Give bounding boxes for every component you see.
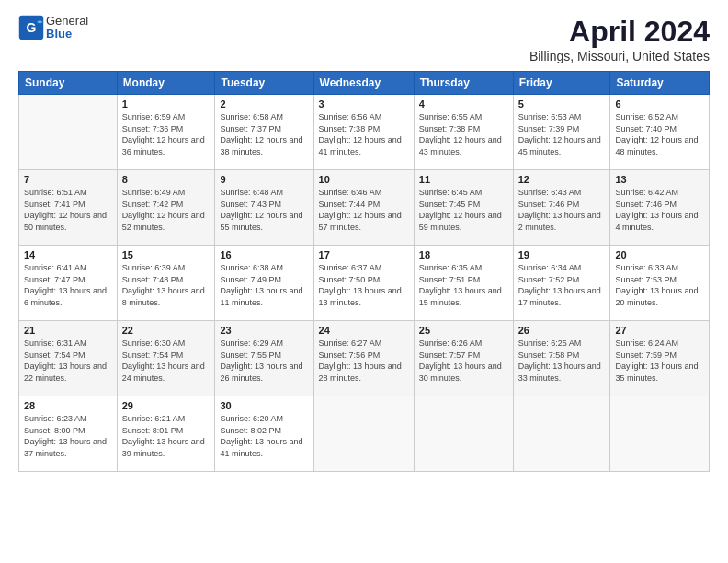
day-info: Sunrise: 6:58 AMSunset: 7:37 PMDaylight:… [220,111,308,157]
day-info: Sunrise: 6:35 AMSunset: 7:51 PMDaylight:… [419,262,508,308]
calendar-cell: 3Sunrise: 6:56 AMSunset: 7:38 PMDaylight… [313,95,414,170]
day-number: 10 [319,174,409,185]
day-number: 23 [220,325,308,336]
calendar-cell: 28Sunrise: 6:23 AMSunset: 8:00 PMDayligh… [19,396,118,472]
calendar-cell: 10Sunrise: 6:46 AMSunset: 7:44 PMDayligh… [313,170,414,246]
calendar-cell: 13Sunrise: 6:42 AMSunset: 7:46 PMDayligh… [610,170,710,246]
day-info: Sunrise: 6:20 AMSunset: 8:02 PMDaylight:… [220,413,308,459]
day-info: Sunrise: 6:34 AMSunset: 7:52 PMDaylight:… [518,262,606,308]
day-number: 15 [122,249,210,260]
calendar-cell [610,396,710,472]
day-info: Sunrise: 6:51 AMSunset: 7:41 PMDaylight:… [24,187,112,233]
header-row: Sunday Monday Tuesday Wednesday Thursday… [19,72,710,95]
day-info: Sunrise: 6:48 AMSunset: 7:43 PMDaylight:… [220,187,308,233]
day-info: Sunrise: 6:53 AMSunset: 7:39 PMDaylight:… [518,111,606,157]
day-info: Sunrise: 6:45 AMSunset: 7:45 PMDaylight:… [419,187,508,233]
calendar-week-5: 28Sunrise: 6:23 AMSunset: 8:00 PMDayligh… [19,396,710,472]
day-info: Sunrise: 6:37 AMSunset: 7:50 PMDaylight:… [319,262,409,308]
day-number: 1 [122,98,210,109]
day-number: 25 [419,325,508,336]
day-info: Sunrise: 6:46 AMSunset: 7:44 PMDaylight:… [319,187,409,233]
day-number: 26 [518,325,606,336]
calendar-cell: 16Sunrise: 6:38 AMSunset: 7:49 PMDayligh… [215,246,313,321]
calendar-cell: 26Sunrise: 6:25 AMSunset: 7:58 PMDayligh… [513,321,610,396]
calendar-cell: 9Sunrise: 6:48 AMSunset: 7:43 PMDaylight… [215,170,313,246]
logo-text: General Blue [46,15,88,41]
logo-icon: G [18,15,44,40]
calendar-cell: 25Sunrise: 6:26 AMSunset: 7:57 PMDayligh… [414,321,513,396]
calendar-cell [19,95,118,170]
day-number: 19 [518,249,606,260]
day-info: Sunrise: 6:42 AMSunset: 7:46 PMDaylight:… [615,187,704,233]
calendar-cell: 15Sunrise: 6:39 AMSunset: 7:48 PMDayligh… [117,246,215,321]
day-number: 28 [24,400,112,411]
day-number: 16 [220,249,308,260]
calendar-cell: 20Sunrise: 6:33 AMSunset: 7:53 PMDayligh… [610,246,710,321]
calendar-cell: 4Sunrise: 6:55 AMSunset: 7:38 PMDaylight… [414,95,513,170]
subtitle: Billings, Missouri, United States [529,49,710,63]
main-title: April 2024 [529,15,710,49]
day-number: 24 [319,325,409,336]
calendar-cell: 27Sunrise: 6:24 AMSunset: 7:59 PMDayligh… [610,321,710,396]
day-info: Sunrise: 6:52 AMSunset: 7:40 PMDaylight:… [615,111,704,157]
col-friday: Friday [513,72,610,95]
day-number: 20 [615,249,704,260]
day-number: 9 [220,174,308,185]
calendar-cell: 5Sunrise: 6:53 AMSunset: 7:39 PMDaylight… [513,95,610,170]
calendar-cell: 30Sunrise: 6:20 AMSunset: 8:02 PMDayligh… [215,396,313,472]
calendar-cell: 24Sunrise: 6:27 AMSunset: 7:56 PMDayligh… [313,321,414,396]
calendar-cell: 2Sunrise: 6:58 AMSunset: 7:37 PMDaylight… [215,95,313,170]
calendar-cell: 21Sunrise: 6:31 AMSunset: 7:54 PMDayligh… [19,321,118,396]
day-number: 12 [518,174,606,185]
day-info: Sunrise: 6:24 AMSunset: 7:59 PMDaylight:… [615,338,704,384]
day-info: Sunrise: 6:30 AMSunset: 7:54 PMDaylight:… [122,338,210,384]
day-info: Sunrise: 6:43 AMSunset: 7:46 PMDaylight:… [518,187,606,233]
calendar-cell: 12Sunrise: 6:43 AMSunset: 7:46 PMDayligh… [513,170,610,246]
calendar-week-2: 7Sunrise: 6:51 AMSunset: 7:41 PMDaylight… [19,170,710,246]
day-number: 2 [220,98,308,109]
day-info: Sunrise: 6:39 AMSunset: 7:48 PMDaylight:… [122,262,210,308]
calendar-cell: 23Sunrise: 6:29 AMSunset: 7:55 PMDayligh… [215,321,313,396]
day-info: Sunrise: 6:41 AMSunset: 7:47 PMDaylight:… [24,262,112,308]
calendar-week-1: 1Sunrise: 6:59 AMSunset: 7:36 PMDaylight… [19,95,710,170]
day-info: Sunrise: 6:23 AMSunset: 8:00 PMDaylight:… [24,413,112,459]
col-sunday: Sunday [19,72,118,95]
calendar-cell [414,396,513,472]
day-info: Sunrise: 6:49 AMSunset: 7:42 PMDaylight:… [122,187,210,233]
day-number: 11 [419,174,508,185]
day-info: Sunrise: 6:31 AMSunset: 7:54 PMDaylight:… [24,338,112,384]
calendar-week-4: 21Sunrise: 6:31 AMSunset: 7:54 PMDayligh… [19,321,710,396]
calendar-cell [313,396,414,472]
day-number: 5 [518,98,606,109]
day-number: 6 [615,98,704,109]
day-info: Sunrise: 6:33 AMSunset: 7:53 PMDaylight:… [615,262,704,308]
col-thursday: Thursday [414,72,513,95]
day-info: Sunrise: 6:26 AMSunset: 7:57 PMDaylight:… [419,338,508,384]
calendar-cell: 8Sunrise: 6:49 AMSunset: 7:42 PMDaylight… [117,170,215,246]
header: G General Blue April 2024 Billings, Miss… [18,15,710,63]
day-info: Sunrise: 6:21 AMSunset: 8:01 PMDaylight:… [122,413,210,459]
day-info: Sunrise: 6:27 AMSunset: 7:56 PMDaylight:… [319,338,409,384]
col-saturday: Saturday [610,72,710,95]
day-number: 8 [122,174,210,185]
calendar-cell: 29Sunrise: 6:21 AMSunset: 8:01 PMDayligh… [117,396,215,472]
calendar-cell: 14Sunrise: 6:41 AMSunset: 7:47 PMDayligh… [19,246,118,321]
calendar-cell: 11Sunrise: 6:45 AMSunset: 7:45 PMDayligh… [414,170,513,246]
day-number: 18 [419,249,508,260]
day-number: 13 [615,174,704,185]
calendar-cell: 19Sunrise: 6:34 AMSunset: 7:52 PMDayligh… [513,246,610,321]
calendar-cell [513,396,610,472]
day-number: 14 [24,249,112,260]
day-number: 29 [122,400,210,411]
col-wednesday: Wednesday [313,72,414,95]
day-number: 4 [419,98,508,109]
day-info: Sunrise: 6:56 AMSunset: 7:38 PMDaylight:… [319,111,409,157]
day-number: 21 [24,325,112,336]
day-number: 27 [615,325,704,336]
logo-general: General [46,15,88,28]
day-info: Sunrise: 6:59 AMSunset: 7:36 PMDaylight:… [122,111,210,157]
calendar-week-3: 14Sunrise: 6:41 AMSunset: 7:47 PMDayligh… [19,246,710,321]
calendar-cell: 17Sunrise: 6:37 AMSunset: 7:50 PMDayligh… [313,246,414,321]
calendar: Sunday Monday Tuesday Wednesday Thursday… [18,71,710,472]
calendar-cell: 22Sunrise: 6:30 AMSunset: 7:54 PMDayligh… [117,321,215,396]
